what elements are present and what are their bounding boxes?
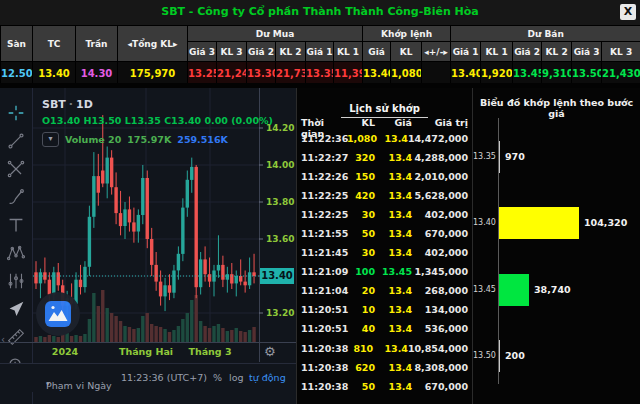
interval-label[interactable]: 1D	[76, 98, 93, 111]
trade-row: 11:21:453013.4402,000	[297, 243, 472, 262]
quote-col-header: Trần	[76, 26, 118, 62]
volume-bar-value: 38,740	[534, 284, 571, 295]
chart-panel: SBT·1D O13.40 H13.50 L13.35 C13.40 0.00 …	[0, 88, 296, 404]
quote-value: 21,430	[602, 62, 640, 85]
trade-history-rows: 11:22:361,08013.414,472,00011:22:2732013…	[297, 129, 472, 396]
volume-ma-value: 259.516K	[177, 134, 228, 145]
time-axis[interactable]: 2024Tháng HaiTháng 3	[0, 346, 296, 360]
volume-bar-value: 200	[505, 350, 525, 361]
quote-sub-header: KL 1	[334, 42, 363, 62]
log-scale-button[interactable]: log	[229, 372, 243, 383]
trade-row: 11:20:3881013.410,854,000	[297, 339, 472, 358]
price-step-label: 13.50	[473, 351, 494, 360]
quote-value: 13.40	[33, 62, 76, 85]
price-axis-label: 13.80	[266, 197, 294, 207]
quote-sub-header: Giá 2	[247, 42, 276, 62]
price-step-label: 13.35	[473, 152, 494, 161]
titlebar: SBT - Công ty Cổ phần Thành Thành Công-B…	[0, 0, 640, 25]
quote-sub-header: Giá 1	[306, 42, 334, 62]
chart-footer-toolbar: Phạm vi Ngày ▾ 11:23:36 (UTC+7) % log tự…	[0, 363, 296, 392]
price-step-label: 13.45	[473, 285, 494, 294]
quote-value: 12.50	[1, 62, 33, 85]
trade-row: 11:22:2732013.44,288,000	[297, 148, 472, 167]
trade-row: 11:20:511013.4134,000	[297, 300, 472, 319]
quote-value: 13.50	[572, 62, 602, 85]
quote-value: 9,310	[542, 62, 572, 85]
trade-row: 11:21:555013.4670,000	[297, 224, 472, 243]
quote-col-header[interactable]: ◂Tổng KL▸	[118, 26, 188, 62]
quote-col-header: TC	[33, 26, 76, 62]
quote-col-header: Sàn	[1, 26, 33, 62]
price-axis-label: 13.60	[266, 234, 294, 244]
quote-value: 175,970	[118, 62, 188, 85]
price-axis[interactable]: 14.2014.0013.8013.6013.20	[260, 88, 296, 362]
quote-sub-header: Giá	[363, 42, 391, 62]
window-title: SBT - Công ty Cổ phần Thành Thành Công-B…	[0, 5, 640, 18]
quote-value: 13.35	[306, 62, 334, 85]
settings-gear-icon[interactable]: ⚙	[264, 344, 276, 359]
time-axis-label: 2024	[52, 346, 78, 357]
quote-sub-header: KL 3	[602, 42, 640, 62]
quote-value: 1,080	[391, 62, 422, 85]
quote-value: 13.25	[188, 62, 217, 85]
quote-sub-header: Giá 3	[572, 42, 602, 62]
quote-sub-header: KL 2	[276, 42, 306, 62]
stock-trading-window: SBT - Công ty Cổ phần Thành Thành Công-B…	[0, 0, 640, 404]
quote-value	[422, 62, 451, 85]
volume-bar-value: 970	[505, 151, 525, 162]
quote-value: 21,240	[217, 62, 247, 85]
broker-logo-watermark	[35, 291, 81, 337]
trade-row: 11:20:3862013.48,308,000	[297, 358, 472, 377]
quote-sub-header: KL 3	[217, 42, 247, 62]
quote-value: 1,920	[481, 62, 513, 85]
volume-indicator-label: Volume 20	[65, 134, 121, 145]
volume-legend: ▾ Volume 20 175.97K 259.516K	[42, 132, 228, 147]
time-axis-label: Tháng 3	[188, 346, 231, 357]
volume-bar	[499, 340, 500, 372]
quote-sub-header: Giá 1	[451, 42, 481, 62]
trade-row: 11:21:0910013.451,345,000	[297, 262, 472, 281]
auto-scale-button[interactable]: tự động	[249, 372, 286, 383]
quote-value: 14.30	[76, 62, 118, 85]
trade-row: 11:22:2615013.42,010,000	[297, 167, 472, 186]
trade-history-title: Lịch sử khớp	[341, 103, 428, 118]
symbol-legend: SBT·1D	[42, 98, 93, 111]
chevron-down-icon: ▾	[46, 380, 50, 388]
ohlc-legend: O13.40 H13.50 L13.35 C13.40 0.00 (0.00%)	[42, 115, 273, 126]
trade-row: 11:20:385013.4670,000	[297, 377, 472, 396]
pane-collapse-handle[interactable]: ‹	[1, 334, 5, 345]
volume-bar	[499, 207, 579, 239]
quote-group-header: Khớp lệnh	[363, 26, 451, 42]
quote-sub-header: KL 1	[481, 42, 513, 62]
trade-row: 11:22:361,08013.414,472,000	[297, 129, 472, 148]
trade-row: 11:22:253013.4402,000	[297, 205, 472, 224]
volume-bar	[499, 141, 500, 173]
volume-value: 175.97K	[127, 134, 171, 145]
quote-sub-header: Giá 2	[513, 42, 542, 62]
current-price-tag: 13.40	[260, 268, 294, 284]
quote-board: SànTCTrần◂Tổng KL▸Dư MuaKhớp lệnhDư BánG…	[0, 25, 640, 85]
close-button[interactable]: X	[620, 4, 636, 20]
price-axis-label: 14.00	[266, 160, 294, 170]
chevron-down-icon[interactable]: ▾	[42, 132, 59, 147]
quote-sub-header: KL	[391, 42, 422, 62]
price-step-bars: 13.3597013.40104,32013.4538,74013.50200	[473, 88, 640, 404]
price-step-label: 13.40	[473, 218, 494, 227]
price-axis-label: 13.20	[266, 308, 294, 318]
percent-scale-button[interactable]: %	[213, 372, 222, 383]
trade-row: 11:22:2542013.45,628,000	[297, 186, 472, 205]
trade-history-panel: Lịch sử khớp Thời gian KL Giá Giá trị 11…	[297, 88, 472, 404]
quote-value: 11,390	[334, 62, 363, 85]
volume-bar	[499, 274, 529, 306]
time-axis-label: Tháng Hai	[119, 346, 173, 357]
quote-sub-header: ◂+/-▸	[422, 42, 451, 62]
quote-value: 13.40	[363, 62, 391, 85]
quote-sub-header: Giá 3	[188, 42, 217, 62]
clock-label[interactable]: 11:23:36 (UTC+7)	[121, 372, 207, 383]
price-step-panel: Biểu đồ khớp lệnh theo bước giá 13.35970…	[473, 88, 640, 404]
quote-sub-header: KL 2	[542, 42, 572, 62]
quote-group-header: Dư Bán	[451, 26, 640, 42]
quote-group-header: Dư Mua	[188, 26, 363, 42]
volume-bar-value: 104,320	[584, 217, 627, 228]
trade-row: 11:21:042013.4268,000	[297, 281, 472, 300]
